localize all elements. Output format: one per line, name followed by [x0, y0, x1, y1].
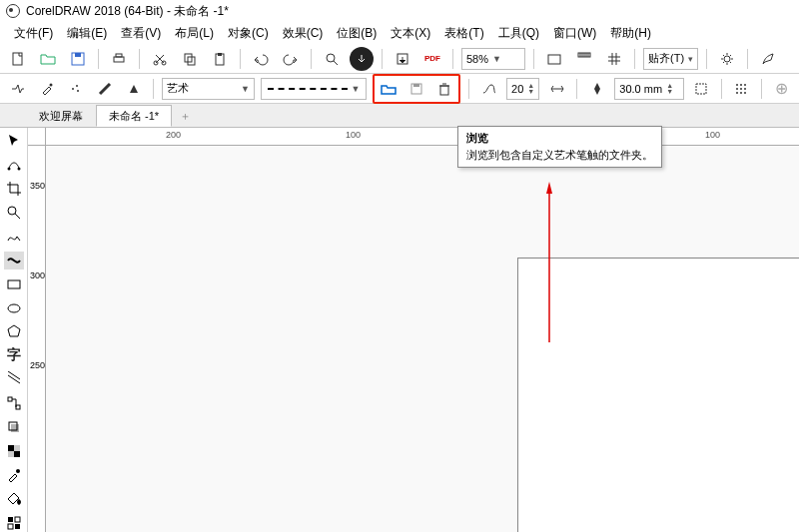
copy-button[interactable] — [178, 47, 202, 71]
menu-edit[interactable]: 编辑(E) — [61, 23, 113, 44]
menu-tools[interactable]: 工具(Q) — [492, 23, 545, 44]
text-tool[interactable]: 字 — [4, 346, 24, 364]
svg-rect-40 — [16, 405, 20, 409]
sprayer-icon[interactable] — [64, 77, 87, 101]
stroke-style-combo[interactable]: ▼ — [261, 78, 367, 100]
spinner-icon[interactable]: ▲▼ — [527, 83, 534, 95]
menu-bitmap[interactable]: 位图(B) — [331, 23, 383, 44]
smart-fill-tool[interactable] — [4, 514, 24, 532]
spinner-icon[interactable]: ▲▼ — [666, 83, 673, 95]
brush-preset-icon[interactable] — [35, 77, 58, 101]
stroke-scale-icon[interactable] — [545, 77, 568, 101]
pressure-icon[interactable] — [122, 77, 145, 101]
svg-rect-49 — [15, 517, 20, 522]
menu-effects[interactable]: 效果(C) — [277, 23, 330, 44]
save-brush-button[interactable] — [404, 77, 428, 101]
export-button[interactable] — [391, 47, 414, 71]
svg-rect-14 — [548, 55, 560, 64]
menu-object[interactable]: 对象(C) — [222, 23, 275, 44]
delete-brush-button[interactable] — [432, 77, 456, 101]
menu-table[interactable]: 表格(T) — [438, 23, 489, 44]
horizontal-ruler[interactable]: 200 100 0 100 — [46, 128, 799, 146]
drop-shadow-tool[interactable] — [4, 418, 24, 436]
freehand-mode-icon[interactable] — [6, 77, 29, 101]
connector-tool[interactable] — [4, 394, 24, 412]
parallel-dim-tool[interactable] — [4, 370, 24, 388]
svg-rect-3 — [114, 57, 124, 62]
ruler-tick: 300 — [30, 270, 45, 280]
interactive-fill-tool[interactable] — [4, 490, 24, 508]
svg-rect-51 — [15, 524, 20, 529]
ruler-tick: 100 — [705, 130, 720, 140]
rectangle-tool[interactable] — [4, 275, 24, 293]
shape-tool[interactable] — [4, 156, 24, 174]
artistic-media-tool[interactable] — [4, 252, 24, 269]
pick-tool[interactable] — [4, 132, 24, 150]
grid-dots-icon[interactable] — [730, 77, 753, 101]
annotation-arrow-icon — [543, 178, 563, 350]
menu-file[interactable]: 文件(F) — [8, 23, 59, 44]
eyedropper-tool[interactable] — [4, 466, 24, 484]
open-button[interactable] — [36, 47, 60, 71]
menu-layout[interactable]: 布局(L) — [169, 23, 220, 44]
paste-button[interactable] — [208, 47, 232, 71]
vertical-ruler[interactable]: 350 300 250 — [28, 146, 46, 532]
svg-point-11 — [327, 54, 335, 62]
snap-combo[interactable]: 贴齐(T)▾ — [643, 48, 698, 70]
save-button[interactable] — [66, 47, 90, 71]
separator — [382, 49, 383, 69]
preset-combo[interactable]: 艺术▼ — [162, 78, 255, 100]
smoothing-icon — [477, 77, 500, 101]
app-logo-icon — [6, 4, 20, 18]
crop-tool[interactable] — [4, 180, 24, 198]
cut-button[interactable] — [148, 47, 172, 71]
new-doc-button[interactable] — [6, 47, 30, 71]
stroke-width-input[interactable]: 30.0 mm▲▼ — [614, 78, 684, 100]
tooltip: 浏览 浏览到包含自定义艺术笔触的文件夹。 — [457, 126, 662, 168]
zoom-tool[interactable] — [4, 204, 24, 222]
ruler-tick: 350 — [30, 181, 45, 191]
menu-window[interactable]: 窗口(W) — [547, 23, 602, 44]
add-button[interactable]: ⊕ — [770, 77, 793, 101]
svg-point-20 — [77, 90, 79, 92]
undo-button[interactable] — [249, 47, 273, 71]
welcome-tab[interactable]: 欢迎屏幕 — [26, 105, 96, 127]
calligraphic-icon[interactable] — [93, 77, 116, 101]
menu-help[interactable]: 帮助(H) — [604, 23, 657, 44]
fullscreen-button[interactable] — [542, 47, 566, 71]
home-tab[interactable] — [0, 105, 26, 127]
svg-rect-44 — [14, 451, 20, 457]
import-button[interactable] — [350, 47, 374, 71]
show-rulers-button[interactable] — [572, 47, 596, 71]
add-tab-button[interactable]: ＋ — [172, 105, 198, 127]
svg-point-28 — [736, 88, 738, 90]
canvas-area[interactable]: 200 100 0 100 350 300 250 浏览 浏览到包含自定义艺术笔… — [28, 128, 799, 532]
browse-button[interactable] — [377, 77, 400, 101]
polygon-tool[interactable] — [4, 323, 24, 341]
menu-text[interactable]: 文本(X) — [385, 23, 436, 44]
separator — [533, 49, 534, 69]
transparency-tool[interactable] — [4, 442, 24, 460]
workspace: 字 200 100 0 100 350 300 250 浏览 浏览到包含自定义艺… — [0, 128, 799, 532]
freehand-tool[interactable] — [4, 228, 24, 246]
menu-view[interactable]: 查看(V) — [115, 23, 167, 44]
svg-point-34 — [7, 167, 10, 170]
redo-button[interactable] — [279, 47, 303, 71]
bounding-box-button[interactable] — [690, 77, 713, 101]
smoothing-input[interactable]: 20▲▼ — [506, 78, 539, 100]
document-tab[interactable]: 未命名 -1* — [96, 105, 172, 127]
search-button[interactable] — [320, 47, 344, 71]
launch-button[interactable] — [756, 47, 780, 71]
ellipse-tool[interactable] — [4, 299, 24, 317]
show-grid-button[interactable] — [602, 47, 626, 71]
svg-point-31 — [736, 92, 738, 94]
ruler-tick: 200 — [166, 130, 181, 140]
svg-rect-48 — [8, 517, 13, 522]
ruler-origin[interactable] — [28, 128, 46, 146]
print-button[interactable] — [107, 47, 131, 71]
publish-pdf-button[interactable]: PDF — [420, 47, 444, 71]
highlighted-browse-group — [373, 74, 460, 104]
zoom-combo[interactable]: 58%▼ — [461, 48, 525, 70]
options-button[interactable] — [715, 47, 739, 71]
welcome-tab-label: 欢迎屏幕 — [39, 109, 83, 124]
